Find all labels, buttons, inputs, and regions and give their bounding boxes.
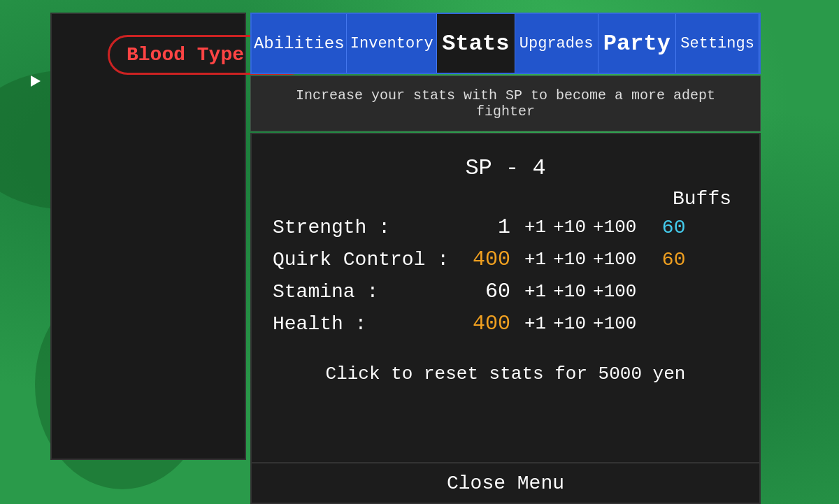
stat-name: Stamina : <box>273 281 454 303</box>
stat-increment-button[interactable]: +100 <box>593 249 636 270</box>
stat-value: 1 <box>454 215 510 239</box>
stat-value: 400 <box>454 312 510 336</box>
tab-settings[interactable]: Settings <box>676 14 759 73</box>
tab-upgrades[interactable]: Upgrades <box>515 14 598 73</box>
stat-increment-button[interactable]: +1 <box>524 217 546 238</box>
stat-increment-button[interactable]: +1 <box>524 313 546 334</box>
tab-stats[interactable]: Stats <box>437 14 515 73</box>
tab-inventory[interactable]: Inventory <box>347 14 437 73</box>
stat-increment-button[interactable]: +10 <box>553 217 586 238</box>
stat-name: Health : <box>273 313 454 335</box>
stat-increment-button[interactable]: +100 <box>593 313 636 334</box>
stat-increment-button[interactable]: +10 <box>553 313 586 334</box>
buff-value: 60 <box>643 249 685 271</box>
stat-increment-button[interactable]: +10 <box>553 249 586 270</box>
stat-buttons: +1+10+100 <box>524 313 636 334</box>
sp-display: SP - 4 <box>273 148 738 181</box>
stat-increment-button[interactable]: +1 <box>524 249 546 270</box>
stat-increment-button[interactable]: +100 <box>593 217 636 238</box>
tab-party[interactable]: Party <box>598 14 677 73</box>
stat-buttons: +1+10+100 <box>524 249 636 270</box>
buff-value: 60 <box>643 217 685 238</box>
main-panel: Abilities Inventory Stats Upgrades Party… <box>250 13 761 495</box>
stat-row: Health :400+1+10+100 <box>273 312 738 336</box>
reset-stats-button[interactable]: Click to reset stats for 5000 yen <box>273 363 738 384</box>
stat-value: 400 <box>454 247 510 271</box>
stat-value: 60 <box>454 280 510 303</box>
stat-buttons: +1+10+100 <box>524 281 636 302</box>
stat-row: Stamina :60+1+10+100 <box>273 280 738 303</box>
stats-area: SP - 4 Buffs Strength :1+1+10+10060Quirk… <box>250 133 761 468</box>
stat-rows-container: Strength :1+1+10+10060Quirk Control :400… <box>273 215 738 336</box>
stat-increment-button[interactable]: +10 <box>553 281 586 302</box>
tab-bar: Abilities Inventory Stats Upgrades Party… <box>250 13 761 74</box>
close-menu-button[interactable]: Close Menu <box>250 462 761 504</box>
buffs-header: Buffs <box>273 188 738 210</box>
tab-abilities[interactable]: Abilities <box>252 14 347 73</box>
sidebar-panel: Blood Type : B <box>50 13 246 460</box>
mouse-cursor <box>31 75 41 87</box>
stat-name: Quirk Control : <box>273 249 454 271</box>
stat-name: Strength : <box>273 217 454 238</box>
stat-row: Quirk Control :400+1+10+10060 <box>273 247 738 271</box>
stat-row: Strength :1+1+10+10060 <box>273 215 738 239</box>
description-bar: Increase your stats with SP to become a … <box>250 75 761 131</box>
stat-buttons: +1+10+100 <box>524 217 636 238</box>
stat-increment-button[interactable]: +100 <box>593 281 636 302</box>
stat-increment-button[interactable]: +1 <box>524 281 546 302</box>
